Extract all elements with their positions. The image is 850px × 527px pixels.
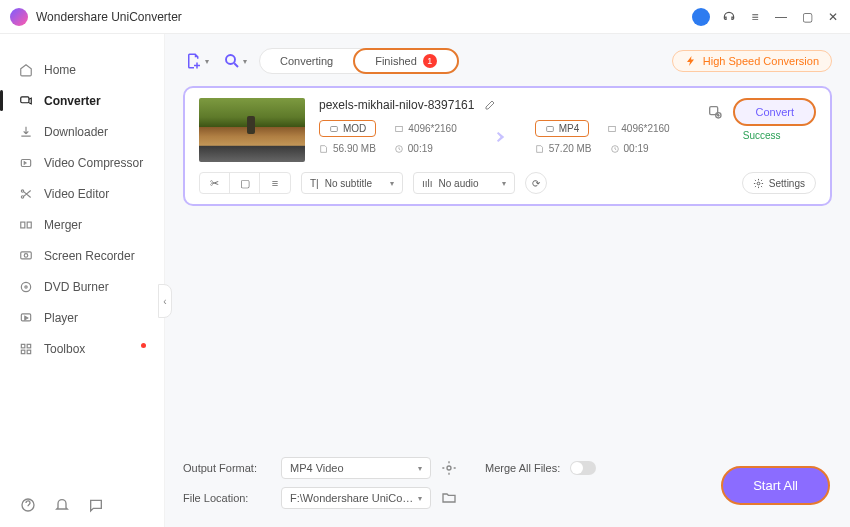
svg-rect-6 xyxy=(21,251,32,258)
hamburger-icon[interactable]: ≡ xyxy=(748,10,762,24)
sidebar-item-label: Video Compressor xyxy=(44,156,143,170)
rename-icon[interactable] xyxy=(484,99,496,111)
sidebar-item-player[interactable]: Player xyxy=(0,302,164,333)
sidebar-item-toolbox[interactable]: Toolbox xyxy=(0,333,164,364)
start-all-button[interactable]: Start All xyxy=(721,466,830,505)
svg-rect-11 xyxy=(21,344,25,348)
file-location-label: File Location: xyxy=(183,492,271,504)
sidebar-item-home[interactable]: Home xyxy=(0,54,164,85)
effects-icon[interactable]: ≡ xyxy=(260,173,290,193)
headset-icon[interactable] xyxy=(722,10,736,24)
svg-point-2 xyxy=(21,189,23,191)
app-title: Wondershare UniConverter xyxy=(36,10,692,24)
target-format-chip[interactable]: MP4 xyxy=(535,120,590,137)
task-status: Success xyxy=(743,130,781,141)
target-size: 57.20 MB xyxy=(535,143,592,154)
disc-icon xyxy=(18,279,34,295)
high-speed-toggle[interactable]: High Speed Conversion xyxy=(672,50,832,72)
help-icon[interactable] xyxy=(20,497,36,513)
notification-dot-icon xyxy=(141,343,146,348)
feedback-icon[interactable] xyxy=(88,497,104,513)
merger-icon xyxy=(18,217,34,233)
file-title: pexels-mikhail-nilov-8397161 xyxy=(319,98,693,112)
main-panel: ▾ ▾ Converting Finished1 High Speed Conv… xyxy=(165,34,850,527)
speed-icon[interactable]: ⟳ xyxy=(525,172,547,194)
scissors-icon xyxy=(18,186,34,202)
titlebar: Wondershare UniConverter ≡ — ▢ ✕ xyxy=(0,0,850,34)
svg-point-7 xyxy=(24,253,28,256)
format-settings-icon[interactable] xyxy=(441,460,457,476)
sidebar-item-dvd[interactable]: DVD Burner xyxy=(0,271,164,302)
status-tabs: Converting Finished1 xyxy=(259,48,459,74)
source-info: MOD 4096*2160 56.90 MB 00:19 xyxy=(319,120,457,154)
open-folder-icon[interactable] xyxy=(441,490,457,506)
target-resolution: 4096*2160 xyxy=(607,123,669,134)
sidebar-item-label: Screen Recorder xyxy=(44,249,135,263)
source-resolution: 4096*2160 xyxy=(394,123,456,134)
minimize-button[interactable]: — xyxy=(774,10,788,24)
bolt-icon xyxy=(685,55,697,67)
output-format-select[interactable]: MP4 Video▾ xyxy=(281,457,431,479)
home-icon xyxy=(18,62,34,78)
close-button[interactable]: ✕ xyxy=(826,10,840,24)
crop-icon[interactable]: ▢ xyxy=(230,173,260,193)
sidebar-item-downloader[interactable]: Downloader xyxy=(0,116,164,147)
source-size: 56.90 MB xyxy=(319,143,376,154)
svg-rect-21 xyxy=(609,126,616,131)
sidebar-collapse-handle[interactable]: ‹ xyxy=(158,284,172,318)
svg-point-3 xyxy=(21,195,23,197)
sidebar-item-label: Player xyxy=(44,311,78,325)
audio-select[interactable]: ıılıNo audio▾ xyxy=(413,172,515,194)
sidebar-item-label: DVD Burner xyxy=(44,280,109,294)
grid-icon xyxy=(18,341,34,357)
source-format-chip: MOD xyxy=(319,120,376,137)
target-info: MP4 4096*2160 57.20 MB 00:19 xyxy=(535,120,670,154)
svg-rect-0 xyxy=(21,96,29,102)
svg-rect-4 xyxy=(21,222,25,228)
trim-icon[interactable]: ✂ xyxy=(200,173,230,193)
sidebar-item-compressor[interactable]: Video Compressor xyxy=(0,147,164,178)
app-logo-icon xyxy=(10,8,28,26)
file-location-select[interactable]: F:\Wondershare UniConverter▾ xyxy=(281,487,431,509)
svg-rect-13 xyxy=(21,350,25,354)
bell-icon[interactable] xyxy=(54,497,70,513)
svg-rect-20 xyxy=(546,126,553,131)
output-format-label: Output Format: xyxy=(183,462,271,474)
task-settings-icon[interactable] xyxy=(707,104,723,120)
play-icon xyxy=(18,310,34,326)
chevron-down-icon: ▾ xyxy=(205,57,209,66)
add-url-button[interactable]: ▾ xyxy=(221,48,249,74)
target-duration: 00:19 xyxy=(610,143,649,154)
svg-rect-12 xyxy=(27,344,31,348)
conversion-task-card: pexels-mikhail-nilov-8397161 MOD 4096*21… xyxy=(183,86,832,206)
add-file-button[interactable]: ▾ xyxy=(183,48,211,74)
sidebar-item-label: Merger xyxy=(44,218,82,232)
sidebar-item-label: Video Editor xyxy=(44,187,109,201)
subtitle-select[interactable]: T|No subtitle▾ xyxy=(301,172,403,194)
sidebar-item-converter[interactable]: Converter xyxy=(0,85,164,116)
svg-point-9 xyxy=(25,285,27,287)
arrow-right-icon xyxy=(485,126,507,148)
svg-point-16 xyxy=(226,55,235,64)
sidebar-item-editor[interactable]: Video Editor xyxy=(0,178,164,209)
tab-finished[interactable]: Finished1 xyxy=(353,48,459,74)
svg-point-8 xyxy=(21,282,30,291)
merge-label: Merge All Files: xyxy=(485,462,560,474)
convert-button[interactable]: Convert xyxy=(733,98,816,126)
svg-rect-18 xyxy=(396,126,403,131)
maximize-button[interactable]: ▢ xyxy=(800,10,814,24)
merge-toggle[interactable] xyxy=(570,461,596,475)
svg-rect-5 xyxy=(27,222,31,228)
sidebar-item-label: Toolbox xyxy=(44,342,85,356)
user-avatar-icon[interactable] xyxy=(692,8,710,26)
source-duration: 00:19 xyxy=(394,143,433,154)
download-icon xyxy=(18,124,34,140)
tab-converting[interactable]: Converting xyxy=(260,49,353,73)
sidebar-item-recorder[interactable]: Screen Recorder xyxy=(0,240,164,271)
sidebar-item-merger[interactable]: Merger xyxy=(0,209,164,240)
count-badge: 1 xyxy=(423,54,437,68)
compressor-icon xyxy=(18,155,34,171)
video-thumbnail[interactable] xyxy=(199,98,305,162)
item-settings-button[interactable]: Settings xyxy=(742,172,816,194)
svg-point-26 xyxy=(447,466,451,470)
